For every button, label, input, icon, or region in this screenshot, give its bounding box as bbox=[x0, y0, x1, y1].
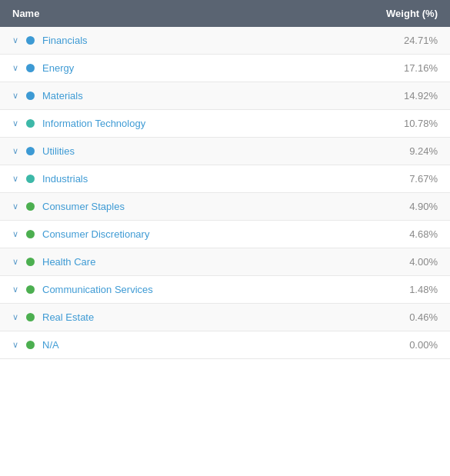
chevron-down-icon[interactable]: ∨ bbox=[12, 35, 22, 45]
table-row: ∨Real Estate0.46% bbox=[0, 304, 450, 331]
sector-name: Consumer Discretionary bbox=[42, 228, 368, 240]
header-weight: Weight (%) bbox=[368, 8, 438, 19]
chevron-down-icon[interactable]: ∨ bbox=[12, 118, 22, 128]
sector-dot-icon bbox=[26, 313, 35, 321]
sector-dot-icon bbox=[26, 341, 35, 349]
chevron-down-icon[interactable]: ∨ bbox=[12, 285, 22, 295]
sector-weight: 0.00% bbox=[368, 339, 438, 351]
table-row: ∨Communication Services1.48% bbox=[0, 276, 450, 304]
sector-name: Consumer Staples bbox=[42, 201, 368, 212]
sector-dot-icon bbox=[26, 119, 35, 128]
sector-weight: 24.71% bbox=[368, 35, 438, 46]
table-row: ∨Health Care4.00% bbox=[0, 248, 450, 276]
sector-name: Utilities bbox=[42, 145, 368, 157]
chevron-down-icon[interactable]: ∨ bbox=[12, 257, 22, 267]
table-row: ∨Energy17.16% bbox=[0, 55, 450, 82]
chevron-down-icon[interactable]: ∨ bbox=[12, 174, 22, 184]
chevron-down-icon[interactable]: ∨ bbox=[12, 201, 22, 211]
sector-weight: 9.24% bbox=[368, 145, 438, 157]
sector-dot-icon bbox=[26, 285, 35, 294]
sector-dot-icon bbox=[26, 230, 35, 238]
sector-dot-icon bbox=[26, 175, 35, 183]
table-row: ∨Utilities9.24% bbox=[0, 138, 450, 165]
sector-weight: 17.16% bbox=[368, 62, 438, 74]
sector-weight: 0.46% bbox=[368, 311, 438, 323]
sector-weight: 7.67% bbox=[368, 173, 438, 185]
sector-name: Industrials bbox=[42, 173, 368, 185]
sector-weight: 4.68% bbox=[368, 228, 438, 240]
sector-weight: 10.78% bbox=[368, 118, 438, 129]
chevron-down-icon[interactable]: ∨ bbox=[12, 312, 22, 322]
table-header: Name Weight (%) bbox=[0, 0, 450, 27]
chevron-down-icon[interactable]: ∨ bbox=[12, 146, 22, 156]
table-row: ∨Information Technology10.78% bbox=[0, 110, 450, 138]
chevron-down-icon[interactable]: ∨ bbox=[12, 91, 22, 101]
sector-weight: 4.00% bbox=[368, 256, 438, 268]
sector-name: Health Care bbox=[42, 256, 368, 268]
table-row: ∨Consumer Staples4.90% bbox=[0, 193, 450, 221]
sector-weight: 1.48% bbox=[368, 284, 438, 295]
header-name: Name bbox=[12, 8, 368, 19]
sector-dot-icon bbox=[26, 36, 35, 45]
sector-name: Information Technology bbox=[42, 118, 368, 129]
sector-name: Real Estate bbox=[42, 311, 368, 323]
sector-dot-icon bbox=[26, 92, 35, 100]
sector-weight: 14.92% bbox=[368, 90, 438, 102]
sector-weight-table: Name Weight (%) ∨Financials24.71%∨Energy… bbox=[0, 0, 450, 359]
sector-name: Energy bbox=[42, 62, 368, 74]
table-row: ∨Financials24.71% bbox=[0, 27, 450, 55]
chevron-down-icon[interactable]: ∨ bbox=[12, 63, 22, 73]
table-row: ∨Materials14.92% bbox=[0, 82, 450, 110]
chevron-down-icon[interactable]: ∨ bbox=[12, 340, 22, 350]
sector-dot-icon bbox=[26, 147, 35, 155]
sector-name: Financials bbox=[42, 35, 368, 46]
sector-name: N/A bbox=[42, 339, 368, 351]
table-row: ∨Industrials7.67% bbox=[0, 165, 450, 193]
table-body: ∨Financials24.71%∨Energy17.16%∨Materials… bbox=[0, 27, 450, 359]
sector-dot-icon bbox=[26, 202, 35, 211]
sector-weight: 4.90% bbox=[368, 201, 438, 212]
sector-name: Materials bbox=[42, 90, 368, 102]
sector-dot-icon bbox=[26, 64, 35, 72]
table-row: ∨N/A0.00% bbox=[0, 331, 450, 359]
chevron-down-icon[interactable]: ∨ bbox=[12, 229, 22, 239]
table-row: ∨Consumer Discretionary4.68% bbox=[0, 221, 450, 248]
sector-dot-icon bbox=[26, 258, 35, 266]
sector-name: Communication Services bbox=[42, 284, 368, 295]
